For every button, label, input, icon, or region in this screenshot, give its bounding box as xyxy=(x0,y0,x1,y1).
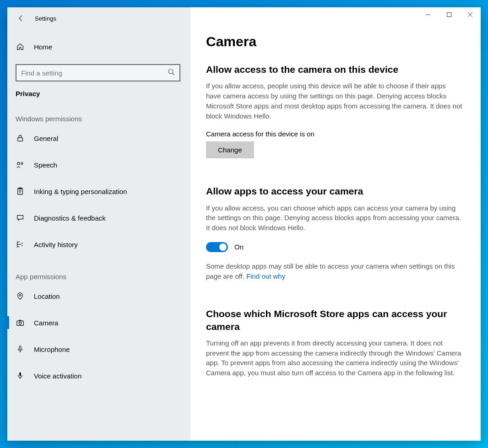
history-icon xyxy=(16,240,25,249)
section-body: If you allow access, you can choose whic… xyxy=(206,203,462,233)
content-scroll[interactable]: Camera Allow access to the camera on thi… xyxy=(190,7,481,441)
nav-voice-activation[interactable]: Voice activation xyxy=(7,366,189,386)
nav-label: Activity history xyxy=(34,241,78,248)
content-pane: Camera Allow access to the camera on thi… xyxy=(190,7,481,441)
feedback-icon xyxy=(16,213,25,222)
title-bar: Settings xyxy=(7,7,190,29)
svg-point-15 xyxy=(19,294,21,296)
section-app-access: Allow apps to access your camera If you … xyxy=(206,185,465,281)
nav-home[interactable]: Home xyxy=(7,36,189,58)
nav-camera[interactable]: Camera xyxy=(7,313,189,333)
svg-rect-20 xyxy=(19,372,21,376)
close-button[interactable] xyxy=(460,7,481,22)
search-input[interactable] xyxy=(21,69,168,77)
app-access-note: Some desktop apps may still be able to a… xyxy=(206,261,462,281)
search-wrap xyxy=(7,64,189,81)
lock-icon xyxy=(16,134,25,143)
section-device-access: Allow access to the camera on this devic… xyxy=(206,63,465,158)
location-icon xyxy=(16,291,25,301)
nav-inking-typing[interactable]: Inking & typing personalization xyxy=(7,181,189,201)
nav-label: Camera xyxy=(34,319,58,327)
svg-rect-2 xyxy=(18,138,23,141)
nav-general[interactable]: General xyxy=(7,128,189,148)
maximize-icon xyxy=(447,12,451,17)
svg-point-0 xyxy=(168,69,173,74)
section-body: If you allow access, people using this d… xyxy=(206,81,462,121)
arrow-left-icon xyxy=(17,15,25,22)
group-header: Windows permissions xyxy=(7,115,189,123)
search-box[interactable] xyxy=(16,64,180,81)
search-icon xyxy=(168,68,175,77)
svg-point-17 xyxy=(19,322,21,324)
nav-label: Diagnostics & feedback xyxy=(34,214,106,222)
nav-label: Inking & typing personalization xyxy=(34,188,127,195)
nav-list-windows-permissions: General Speech Inking & typing personali… xyxy=(7,128,189,254)
back-button[interactable] xyxy=(11,8,31,28)
nav-home-label: Home xyxy=(34,43,52,51)
nav-diagnostics-feedback[interactable]: Diagnostics & feedback xyxy=(7,208,189,228)
nav-list-app-permissions: Location Camera Microphone Voice activat… xyxy=(7,286,189,386)
svg-rect-16 xyxy=(17,321,23,325)
page-title: Camera xyxy=(206,34,465,49)
nav-microphone[interactable]: Microphone xyxy=(7,339,189,359)
nav-label: Speech xyxy=(34,161,57,169)
nav-label: General xyxy=(34,135,58,142)
svg-rect-18 xyxy=(19,346,21,350)
microphone-icon xyxy=(16,345,25,354)
section-heading: Choose which Microsoft Store apps can ac… xyxy=(206,308,465,333)
sidebar: Settings Home Privacy Windows permissi xyxy=(7,7,190,441)
close-icon xyxy=(468,12,472,17)
svg-point-3 xyxy=(17,162,20,165)
speech-icon xyxy=(16,160,25,169)
home-icon xyxy=(16,42,25,51)
change-button[interactable]: Change xyxy=(206,141,254,158)
device-access-status: Camera access for this device is on xyxy=(206,130,465,138)
window-controls xyxy=(418,7,481,22)
svg-point-14 xyxy=(22,245,22,246)
nav-speech[interactable]: Speech xyxy=(7,155,189,175)
nav-label: Location xyxy=(34,292,60,300)
note-text: Some desktop apps may still be able to a… xyxy=(206,262,455,280)
camera-icon xyxy=(16,318,25,327)
category-title: Privacy xyxy=(7,90,189,97)
find-out-why-link[interactable]: Find out why xyxy=(246,272,285,280)
nav-label: Voice activation xyxy=(34,372,81,380)
section-heading: Allow apps to access your camera xyxy=(206,185,465,197)
maximize-button[interactable] xyxy=(439,7,460,22)
app-access-toggle[interactable] xyxy=(206,242,228,252)
minimize-button[interactable] xyxy=(418,7,439,22)
section-heading: Allow access to the camera on this devic… xyxy=(206,63,465,76)
svg-point-13 xyxy=(22,243,22,243)
app-title: Settings xyxy=(35,15,56,22)
svg-rect-23 xyxy=(447,13,451,17)
nav-activity-history[interactable]: Activity history xyxy=(7,234,189,254)
clipboard-icon xyxy=(16,187,25,196)
sidebar-scroll[interactable]: Home Privacy Windows permissions General xyxy=(7,29,190,441)
section-choose-apps: Choose which Microsoft Store apps can ac… xyxy=(206,308,465,378)
minimize-icon xyxy=(426,12,430,17)
svg-line-1 xyxy=(173,73,174,75)
app-access-toggle-row: On xyxy=(206,242,465,252)
settings-window: Settings Home Privacy Windows permissi xyxy=(7,7,481,441)
voice-icon xyxy=(16,371,25,380)
nav-label: Microphone xyxy=(34,345,70,353)
nav-location[interactable]: Location xyxy=(7,286,189,306)
section-body: Turning off an app prevents it from dire… xyxy=(206,338,462,378)
toggle-label: On xyxy=(234,243,244,251)
toggle-knob xyxy=(219,243,227,251)
group-header: App permissions xyxy=(7,273,189,281)
